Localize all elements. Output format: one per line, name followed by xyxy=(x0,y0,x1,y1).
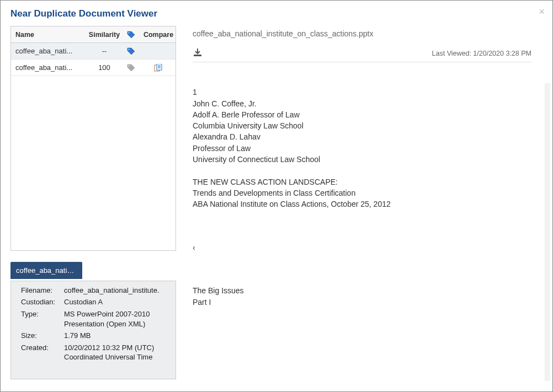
svg-point-0 xyxy=(129,32,130,33)
meta-value: coffee_aba_national_institute. xyxy=(64,286,171,296)
meta-row-created: Created: 10/20/2012 10:32 PM (UTC) Coord… xyxy=(21,343,171,362)
tag-icon xyxy=(127,47,136,55)
last-viewed-label: Last Viewed: 1/20/2020 3:28 PM xyxy=(432,50,531,57)
download-icon[interactable] xyxy=(193,48,203,58)
meta-label: Created: xyxy=(21,343,64,362)
meta-label: Filename: xyxy=(21,286,64,296)
cell-similarity: 100 xyxy=(87,63,121,72)
meta-row-custodian: Custodian: Custodian A xyxy=(21,297,171,307)
metadata-tab[interactable]: coffee_aba_natio... xyxy=(10,262,82,279)
content-block-2: The Big Issues Part I xyxy=(193,285,531,308)
col-header-tag[interactable] xyxy=(121,30,141,39)
meta-value: 10/20/2012 10:32 PM (UTC) Coordinated Un… xyxy=(64,343,171,362)
compare-icon xyxy=(154,63,163,72)
viewer-window: × Near Duplicate Document Viewer Name Si… xyxy=(0,0,553,392)
meta-value: 1.79 MB xyxy=(64,331,171,341)
meta-label: Size: xyxy=(21,331,64,341)
tag-icon xyxy=(127,63,136,72)
svg-rect-8 xyxy=(194,55,201,56)
document-view: coffee_aba_national_institute_on_class_a… xyxy=(193,26,543,379)
meta-value: MS PowerPoint 2007-2010 Presentation (Op… xyxy=(64,309,171,329)
meta-value: Custodian A xyxy=(64,297,171,307)
left-panel: Name Similarity Compare coffee_aba_nati.… xyxy=(10,26,176,379)
content-marker: ‹ xyxy=(193,242,531,253)
scrollbar[interactable] xyxy=(545,83,550,381)
cell-tag[interactable] xyxy=(121,63,141,72)
cell-name: coffee_aba_nati... xyxy=(11,63,87,72)
meta-label: Custodian: xyxy=(21,297,64,307)
meta-row-filename: Filename: coffee_aba_national_institute. xyxy=(21,286,171,296)
col-header-similarity[interactable]: Similarity xyxy=(87,31,121,39)
metadata-tabbar: coffee_aba_natio... xyxy=(10,262,176,281)
meta-row-type: Type: MS PowerPoint 2007-2010 Presentati… xyxy=(21,309,171,329)
col-header-name[interactable]: Name xyxy=(11,31,87,39)
cell-name: coffee_aba_nati... xyxy=(11,47,87,55)
cell-compare[interactable] xyxy=(141,63,176,72)
table-header: Name Similarity Compare xyxy=(11,26,176,43)
svg-point-1 xyxy=(129,49,130,50)
duplicates-table: Name Similarity Compare coffee_aba_nati.… xyxy=(10,26,176,251)
meta-label: Type: xyxy=(21,309,64,329)
cell-tag[interactable] xyxy=(121,47,141,56)
main-layout: Name Similarity Compare coffee_aba_nati.… xyxy=(10,26,543,379)
cell-similarity: -- xyxy=(87,47,121,55)
document-title: coffee_aba_national_institute_on_class_a… xyxy=(193,29,531,38)
window-title: Near Duplicate Document Viewer xyxy=(10,8,543,19)
metadata-panel: Filename: coffee_aba_national_institute.… xyxy=(10,281,176,379)
document-content[interactable]: 1 John C. Coffee, Jr. Adolf A. Berle Pro… xyxy=(193,76,531,379)
meta-row-size: Size: 1.79 MB xyxy=(21,331,171,341)
document-toolbar: Last Viewed: 1/20/2020 3:28 PM xyxy=(193,48,531,62)
close-icon[interactable]: × xyxy=(539,6,545,18)
tag-icon xyxy=(127,30,136,38)
table-row[interactable]: coffee_aba_nati... 100 xyxy=(11,60,176,76)
content-block-1: 1 John C. Coffee, Jr. Adolf A. Berle Pro… xyxy=(193,87,531,210)
col-header-compare[interactable]: Compare xyxy=(141,31,176,39)
table-row[interactable]: coffee_aba_nati... -- xyxy=(11,43,176,60)
svg-point-2 xyxy=(129,66,130,67)
